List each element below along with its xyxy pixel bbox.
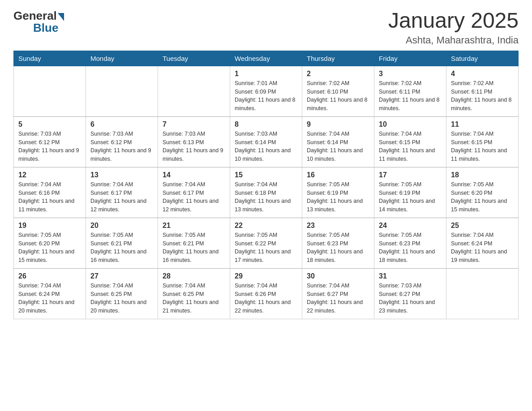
day-number: 1	[235, 70, 297, 78]
calendar-cell: 8Sunrise: 7:03 AM Sunset: 6:14 PM Daylig…	[230, 116, 302, 167]
day-info: Sunrise: 7:05 AM Sunset: 6:21 PM Dayligh…	[90, 231, 153, 265]
calendar-cell	[86, 66, 158, 116]
calendar-header-sunday: Sunday	[14, 51, 86, 66]
day-number: 6	[90, 120, 153, 128]
day-number: 25	[451, 222, 514, 230]
calendar-cell: 31Sunrise: 7:03 AM Sunset: 6:27 PM Dayli…	[374, 268, 446, 319]
day-info: Sunrise: 7:05 AM Sunset: 6:21 PM Dayligh…	[163, 231, 225, 265]
day-info: Sunrise: 7:05 AM Sunset: 6:23 PM Dayligh…	[379, 231, 442, 265]
page-header: General Blue January 2025 Ashta, Maharas…	[13, 9, 519, 46]
calendar-cell: 7Sunrise: 7:03 AM Sunset: 6:13 PM Daylig…	[158, 116, 230, 167]
logo-arrow-icon	[58, 13, 64, 21]
calendar-header-thursday: Thursday	[302, 51, 374, 66]
day-number: 8	[235, 120, 297, 128]
day-number: 31	[379, 272, 442, 280]
calendar-cell: 13Sunrise: 7:04 AM Sunset: 6:17 PM Dayli…	[86, 167, 158, 218]
day-number: 27	[90, 272, 153, 280]
day-number: 2	[307, 70, 369, 78]
calendar-cell: 22Sunrise: 7:05 AM Sunset: 6:22 PM Dayli…	[230, 218, 302, 268]
day-info: Sunrise: 7:05 AM Sunset: 6:23 PM Dayligh…	[307, 231, 369, 265]
calendar-cell: 1Sunrise: 7:01 AM Sunset: 6:09 PM Daylig…	[230, 66, 302, 116]
calendar-cell: 5Sunrise: 7:03 AM Sunset: 6:12 PM Daylig…	[14, 116, 86, 167]
calendar-header-friday: Friday	[374, 51, 446, 66]
calendar-table: SundayMondayTuesdayWednesdayThursdayFrid…	[13, 51, 519, 319]
day-number: 16	[307, 171, 369, 179]
day-number: 10	[379, 120, 442, 128]
day-number: 30	[307, 272, 369, 280]
day-number: 24	[379, 222, 442, 230]
calendar-cell: 26Sunrise: 7:04 AM Sunset: 6:24 PM Dayli…	[14, 268, 86, 319]
calendar-week-row: 5Sunrise: 7:03 AM Sunset: 6:12 PM Daylig…	[14, 116, 519, 167]
day-info: Sunrise: 7:03 AM Sunset: 6:27 PM Dayligh…	[379, 282, 442, 315]
day-number: 28	[163, 272, 225, 280]
day-info: Sunrise: 7:05 AM Sunset: 6:20 PM Dayligh…	[451, 180, 514, 214]
day-info: Sunrise: 7:04 AM Sunset: 6:24 PM Dayligh…	[18, 282, 81, 315]
calendar-cell: 6Sunrise: 7:03 AM Sunset: 6:12 PM Daylig…	[86, 116, 158, 167]
calendar-subtitle: Ashta, Maharashtra, India	[388, 34, 519, 46]
day-number: 5	[18, 120, 81, 128]
calendar-header-saturday: Saturday	[446, 51, 519, 66]
day-info: Sunrise: 7:05 AM Sunset: 6:19 PM Dayligh…	[379, 180, 442, 214]
calendar-header-row: SundayMondayTuesdayWednesdayThursdayFrid…	[14, 51, 519, 66]
calendar-header-wednesday: Wednesday	[230, 51, 302, 66]
calendar-cell: 29Sunrise: 7:04 AM Sunset: 6:26 PM Dayli…	[230, 268, 302, 319]
logo: General Blue	[13, 9, 64, 35]
calendar-cell: 15Sunrise: 7:04 AM Sunset: 6:18 PM Dayli…	[230, 167, 302, 218]
calendar-cell: 18Sunrise: 7:05 AM Sunset: 6:20 PM Dayli…	[446, 167, 519, 218]
calendar-cell: 9Sunrise: 7:04 AM Sunset: 6:14 PM Daylig…	[302, 116, 374, 167]
day-number: 14	[163, 171, 225, 179]
calendar-cell: 19Sunrise: 7:05 AM Sunset: 6:20 PM Dayli…	[14, 218, 86, 268]
day-info: Sunrise: 7:03 AM Sunset: 6:12 PM Dayligh…	[18, 130, 81, 163]
calendar-cell: 21Sunrise: 7:05 AM Sunset: 6:21 PM Dayli…	[158, 218, 230, 268]
day-info: Sunrise: 7:05 AM Sunset: 6:20 PM Dayligh…	[18, 231, 81, 265]
day-info: Sunrise: 7:02 AM Sunset: 6:10 PM Dayligh…	[307, 79, 369, 113]
calendar-cell: 20Sunrise: 7:05 AM Sunset: 6:21 PM Dayli…	[86, 218, 158, 268]
day-number: 4	[451, 70, 514, 78]
day-number: 19	[18, 222, 81, 230]
calendar-header-tuesday: Tuesday	[158, 51, 230, 66]
day-info: Sunrise: 7:04 AM Sunset: 6:17 PM Dayligh…	[163, 180, 225, 214]
day-info: Sunrise: 7:04 AM Sunset: 6:15 PM Dayligh…	[379, 130, 442, 163]
day-number: 23	[307, 222, 369, 230]
calendar-cell	[14, 66, 86, 116]
day-info: Sunrise: 7:04 AM Sunset: 6:27 PM Dayligh…	[307, 282, 369, 315]
calendar-cell	[446, 268, 519, 319]
day-info: Sunrise: 7:05 AM Sunset: 6:22 PM Dayligh…	[235, 231, 297, 265]
day-number: 26	[18, 272, 81, 280]
calendar-week-row: 19Sunrise: 7:05 AM Sunset: 6:20 PM Dayli…	[14, 218, 519, 268]
calendar-cell: 11Sunrise: 7:04 AM Sunset: 6:15 PM Dayli…	[446, 116, 519, 167]
day-number: 9	[307, 120, 369, 128]
day-number: 11	[451, 120, 514, 128]
calendar-week-row: 12Sunrise: 7:04 AM Sunset: 6:16 PM Dayli…	[14, 167, 519, 218]
calendar-cell: 10Sunrise: 7:04 AM Sunset: 6:15 PM Dayli…	[374, 116, 446, 167]
day-number: 29	[235, 272, 297, 280]
calendar-cell: 24Sunrise: 7:05 AM Sunset: 6:23 PM Dayli…	[374, 218, 446, 268]
day-info: Sunrise: 7:04 AM Sunset: 6:18 PM Dayligh…	[235, 180, 297, 214]
calendar-title: January 2025	[388, 9, 519, 33]
calendar-cell: 30Sunrise: 7:04 AM Sunset: 6:27 PM Dayli…	[302, 268, 374, 319]
day-number: 12	[18, 171, 81, 179]
calendar-cell: 14Sunrise: 7:04 AM Sunset: 6:17 PM Dayli…	[158, 167, 230, 218]
calendar-cell: 27Sunrise: 7:04 AM Sunset: 6:25 PM Dayli…	[86, 268, 158, 319]
day-info: Sunrise: 7:04 AM Sunset: 6:15 PM Dayligh…	[451, 130, 514, 163]
calendar-cell: 28Sunrise: 7:04 AM Sunset: 6:25 PM Dayli…	[158, 268, 230, 319]
day-number: 15	[235, 171, 297, 179]
calendar-header-monday: Monday	[86, 51, 158, 66]
day-number: 22	[235, 222, 297, 230]
calendar-week-row: 26Sunrise: 7:04 AM Sunset: 6:24 PM Dayli…	[14, 268, 519, 319]
calendar-cell: 25Sunrise: 7:04 AM Sunset: 6:24 PM Dayli…	[446, 218, 519, 268]
day-info: Sunrise: 7:04 AM Sunset: 6:17 PM Dayligh…	[90, 180, 153, 214]
day-info: Sunrise: 7:01 AM Sunset: 6:09 PM Dayligh…	[235, 79, 297, 113]
day-info: Sunrise: 7:02 AM Sunset: 6:11 PM Dayligh…	[451, 79, 514, 113]
day-info: Sunrise: 7:03 AM Sunset: 6:13 PM Dayligh…	[163, 130, 225, 163]
calendar-cell	[158, 66, 230, 116]
calendar-cell: 4Sunrise: 7:02 AM Sunset: 6:11 PM Daylig…	[446, 66, 519, 116]
day-info: Sunrise: 7:02 AM Sunset: 6:11 PM Dayligh…	[379, 79, 442, 113]
day-number: 7	[163, 120, 225, 128]
day-info: Sunrise: 7:03 AM Sunset: 6:14 PM Dayligh…	[235, 130, 297, 163]
calendar-cell: 17Sunrise: 7:05 AM Sunset: 6:19 PM Dayli…	[374, 167, 446, 218]
calendar-cell: 2Sunrise: 7:02 AM Sunset: 6:10 PM Daylig…	[302, 66, 374, 116]
day-number: 20	[90, 222, 153, 230]
day-number: 17	[379, 171, 442, 179]
day-info: Sunrise: 7:04 AM Sunset: 6:26 PM Dayligh…	[235, 282, 297, 315]
